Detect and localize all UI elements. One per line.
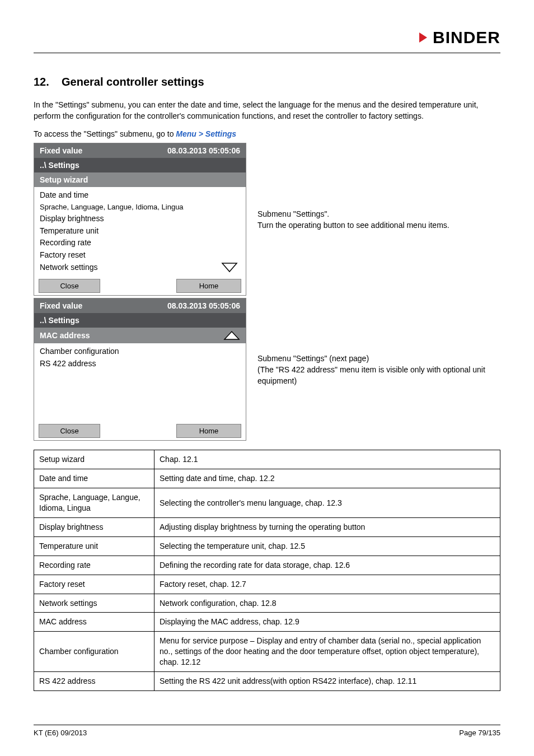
section-title-text: General controller settings — [62, 76, 204, 88]
table-row: Chamber configurationMenu for service pu… — [34, 632, 500, 672]
screen-path: ..\ Settings — [34, 313, 246, 328]
table-row: Display brightnessAdjusting display brig… — [34, 518, 500, 537]
screen-datetime: 08.03.2013 05:05:06 — [167, 301, 240, 310]
table-key: Setup wizard — [34, 450, 154, 469]
access-paragraph: To access the "Settings" submenu, go to … — [34, 129, 500, 138]
table-row: Factory resetFactory reset, chap. 12.7 — [34, 575, 500, 594]
table-value: Selecting the temperature unit, chap. 12… — [154, 536, 500, 556]
table-value: Setting date and time, chap. 12.2 — [154, 469, 500, 488]
table-key: Network settings — [34, 594, 154, 613]
screen-path: ..\ Settings — [34, 158, 246, 172]
brand-triangle-icon — [418, 30, 430, 45]
section-number: 12. — [34, 76, 49, 88]
table-value: Chap. 12.1 — [154, 450, 500, 469]
table-key: Date and time — [34, 469, 154, 488]
table-key: Display brightness — [34, 518, 154, 537]
section-heading: 12. General controller settings — [34, 76, 500, 88]
screen-footer: Close Home — [34, 277, 246, 295]
screen-menu-list: Date and time Sprache, Language, Langue,… — [34, 187, 246, 277]
settings-screen-1: Fixed value 08.03.2013 05:05:06 ..\ Sett… — [34, 143, 246, 296]
explain-line: (The "RS 422 address" menu item is visib… — [257, 364, 500, 387]
explain-line: Submenu "Settings". — [257, 208, 449, 220]
table-value: Setting the RS 422 unit address(with opt… — [154, 672, 500, 691]
screen1-explanation: Submenu "Settings". Turn the operating b… — [246, 208, 449, 231]
menu-item[interactable]: Sprache, Language, Langue, Idioma, Lingu… — [40, 202, 240, 213]
settings-description-table: Setup wizardChap. 12.1 Date and timeSett… — [34, 450, 500, 690]
table-value: Adjusting display brightness by turning … — [154, 518, 500, 537]
svg-marker-1 — [222, 263, 237, 272]
svg-marker-2 — [224, 332, 239, 339]
screen-highlight-label: Setup wizard — [40, 175, 88, 184]
menu-item[interactable]: Network settings — [40, 262, 240, 274]
screen-datetime: 08.03.2013 05:05:06 — [167, 146, 240, 155]
explain-line: Turn the operating button to see additio… — [257, 220, 449, 231]
table-value: Displaying the MAC address, chap. 12.9 — [154, 613, 500, 632]
menu-item[interactable]: RS 422 address — [40, 358, 240, 370]
menu-item[interactable]: Recording rate — [40, 237, 240, 249]
table-value: Menu for service purpose – Display and e… — [154, 632, 500, 672]
screen-menu-list: Chamber configuration RS 422 address — [34, 343, 246, 422]
table-row: Recording rateDefining the recording rat… — [34, 556, 500, 575]
settings-screen-2: Fixed value 08.03.2013 05:05:06 ..\ Sett… — [34, 298, 246, 441]
footer-left: KT (E6) 09/2013 — [34, 729, 87, 737]
screen-title: Fixed value — [40, 146, 82, 155]
table-key: Chamber configuration — [34, 632, 154, 672]
table-row: Setup wizardChap. 12.1 — [34, 450, 500, 469]
table-value: Factory reset, chap. 12.7 — [154, 575, 500, 594]
screen-highlight-row[interactable]: MAC address — [34, 328, 246, 343]
table-key: Temperature unit — [34, 536, 154, 556]
brand-name: BINDER — [433, 28, 500, 47]
svg-marker-0 — [419, 32, 427, 43]
intro-paragraph: In the "Settings" submenu, you can enter… — [34, 100, 500, 122]
table-value: Defining the recording rate for data sto… — [154, 556, 500, 575]
menu-item[interactable]: Temperature unit — [40, 225, 240, 237]
menu-item[interactable]: Date and time — [40, 189, 240, 202]
screen-highlight-row[interactable]: Setup wizard — [34, 172, 246, 187]
table-key: MAC address — [34, 613, 154, 632]
menu-path-link: Menu > Settings — [176, 129, 236, 138]
screen-footer: Close Home — [34, 422, 246, 440]
table-row: MAC addressDisplaying the MAC address, c… — [34, 613, 500, 632]
table-key: Sprache, Language, Langue, Idioma, Lingu… — [34, 488, 154, 518]
menu-item[interactable]: Chamber configuration — [40, 346, 240, 358]
table-row: Date and timeSetting date and time, chap… — [34, 469, 500, 488]
page-footer: KT (E6) 09/2013 Page 79/135 — [34, 725, 500, 737]
table-row: Network settingsNetwork configuration, c… — [34, 594, 500, 613]
close-button[interactable]: Close — [39, 279, 100, 293]
screen-titlebar: Fixed value 08.03.2013 05:05:06 — [34, 143, 246, 158]
table-value: Network configuration, chap. 12.8 — [154, 594, 500, 613]
home-button[interactable]: Home — [176, 424, 241, 438]
page-header: BINDER — [34, 28, 500, 53]
table-row: Sprache, Language, Langue, Idioma, Lingu… — [34, 488, 500, 518]
screen-title: Fixed value — [40, 301, 82, 310]
menu-item[interactable]: Factory reset — [40, 249, 240, 262]
scroll-down-icon[interactable] — [221, 262, 238, 273]
scroll-up-icon[interactable] — [223, 330, 240, 340]
explain-line: Submenu "Settings" (next page) — [257, 353, 500, 364]
screen-titlebar: Fixed value 08.03.2013 05:05:06 — [34, 298, 246, 313]
table-row: Temperature unitSelecting the temperatur… — [34, 536, 500, 556]
table-row: RS 422 addressSetting the RS 422 unit ad… — [34, 672, 500, 691]
brand-logo: BINDER — [418, 28, 500, 47]
home-button[interactable]: Home — [176, 279, 241, 293]
menu-item[interactable]: Display brightness — [40, 213, 240, 225]
screen2-explanation: Submenu "Settings" (next page) (The "RS … — [246, 353, 500, 387]
table-key: Recording rate — [34, 556, 154, 575]
screen-highlight-label: MAC address — [40, 331, 90, 340]
table-value: Selecting the controller's menu language… — [154, 488, 500, 518]
table-key: Factory reset — [34, 575, 154, 594]
table-key: RS 422 address — [34, 672, 154, 691]
close-button[interactable]: Close — [39, 424, 100, 438]
footer-right: Page 79/135 — [459, 729, 500, 737]
access-prefix: To access the "Settings" submenu, go to — [34, 129, 176, 138]
